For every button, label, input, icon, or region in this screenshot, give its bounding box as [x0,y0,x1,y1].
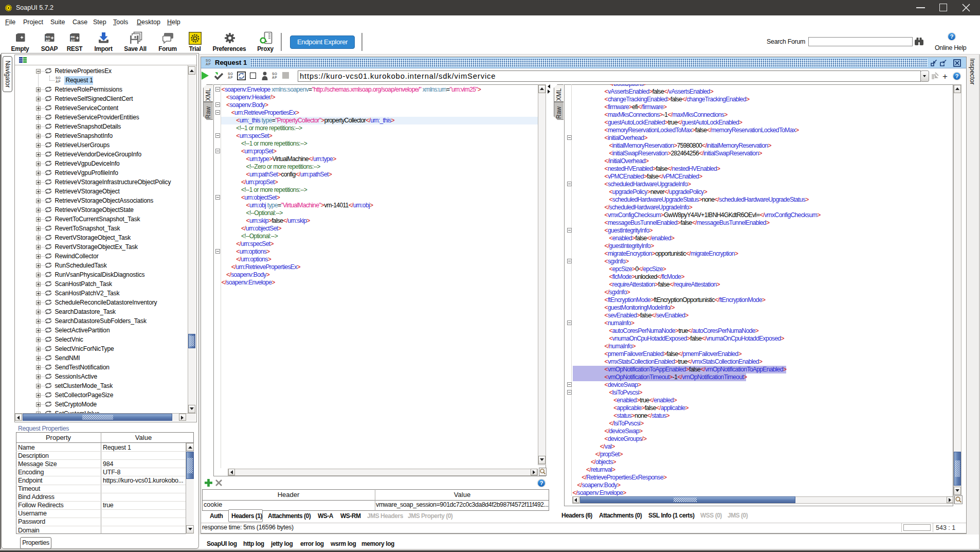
svg-text:ST: ST [71,39,75,42]
svg-text:RE: RE [71,35,76,39]
svg-text:SO: SO [46,35,50,39]
svg-text:AP: AP [46,39,50,42]
svg-text:?: ? [955,73,959,79]
svg-text:?: ? [540,480,543,486]
svg-text:?: ? [950,33,954,40]
